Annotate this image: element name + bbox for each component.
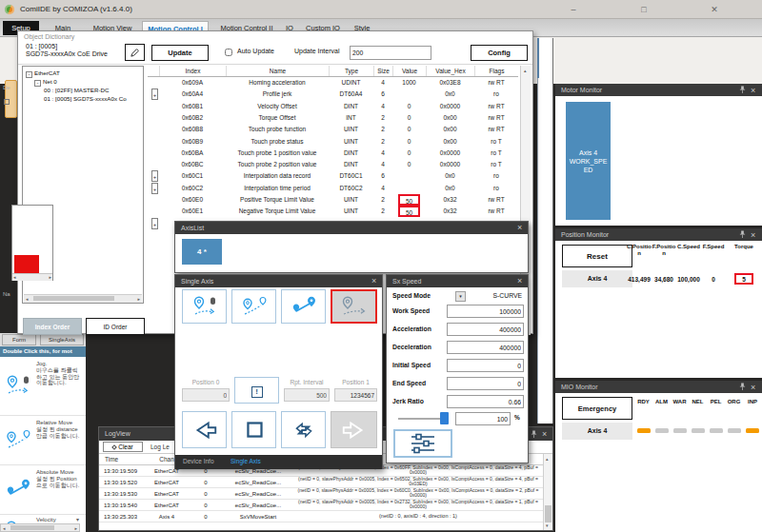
relative-move-button[interactable] [231,289,276,324]
config-button[interactable]: Config [471,45,528,61]
scroll-right-icon[interactable]: ▸ [74,525,77,532]
repeat-move-button[interactable] [281,411,326,448]
scroll-right-icon[interactable]: ▸ [137,296,140,303]
edit-device-button[interactable] [125,44,145,61]
id-order-button[interactable]: ID Order [86,318,145,335]
jog-mode-button[interactable] [182,289,227,324]
close-icon[interactable]: ✕ [707,3,722,16]
scroll-thumb[interactable] [33,296,114,301]
od-table-row[interactable]: 0x60B8Touch probe functionUINT200x00rw R… [148,124,518,135]
scroll-left-icon[interactable]: ◂ [3,525,6,532]
speed-mode-dropdown[interactable]: ▾ [455,291,466,302]
close-icon[interactable]: × [542,429,547,439]
od-table-row[interactable]: +0x60A4Profile jerkDT60A460x0ro [148,89,518,100]
od-table-row[interactable]: 0x609AHoming accelerationUDINT410000x03E… [148,77,518,89]
speed-ratio-input[interactable] [455,412,511,425]
move-negative-button[interactable] [182,411,227,448]
expand-icon[interactable]: + [151,89,158,100]
initial-speed-input[interactable] [447,359,524,372]
acceleration-input[interactable] [447,323,524,336]
axis-tile-4[interactable]: 4 * [182,239,222,265]
pin-icon[interactable] [739,230,746,239]
od-table-row[interactable]: 0x60B2Torque OffsetINT200x00rw RT [148,112,518,124]
tree-node-master[interactable]: 00 : [02FF] MASTER-DC [44,87,109,93]
scroll-down-icon[interactable]: ▾ [546,522,549,529]
expand-icon[interactable]: + [151,218,158,229]
expand-icon[interactable]: + [151,170,158,182]
clear-log-button[interactable]: Clear [103,442,143,452]
scroll-thumb[interactable] [10,525,54,530]
mio-row-label[interactable]: Axis 4 [562,423,632,440]
index-order-button[interactable]: Index Order [23,318,82,335]
form-button[interactable]: Form [2,334,36,345]
od-table-row[interactable]: 0x60BATouch probe 1 position valueDINT40… [148,148,518,159]
close-icon[interactable]: × [517,276,522,286]
scroll-up-icon[interactable]: ▴ [524,68,527,74]
scroll-left-icon[interactable]: ◂ [26,296,29,303]
log-row[interactable]: 13:30:19.520EtherCAT0ecSlv_ReadCoe...(ne… [99,477,543,488]
tab-device-info[interactable]: Device Info [183,458,214,464]
od-table-row[interactable]: +0x60C2Interpolation time periodDT60C240… [148,183,518,194]
tree-node-slave[interactable]: 01 : [0005] SGD7S-xxxxA0x Co [44,95,127,102]
close-icon[interactable]: × [751,383,755,392]
close-icon[interactable]: × [371,276,376,286]
od-table-row[interactable]: 0x60E0Positive Torque Limit ValueUINT250… [148,194,518,206]
scroll-up-icon[interactable]: ▴ [546,456,549,463]
log-v-scrollbar[interactable]: ▴ ▾ [543,454,552,530]
absolute-move-button[interactable] [281,289,326,324]
alarm-state-cell[interactable] [14,255,39,273]
scroll-down-icon[interactable]: ▾ [76,516,79,522]
expand-icon[interactable]: + [151,183,158,194]
od-table-row[interactable]: 0x60E1Negative Torque Limit ValueUINT250… [148,206,518,217]
update-button[interactable]: Update [151,45,209,61]
collapse-icon[interactable] [4,99,10,105]
update-interval-input[interactable] [350,46,431,60]
tree-node-net0[interactable]: -Net 0 [34,78,57,87]
close-icon[interactable]: × [751,230,755,240]
sidebar-h-scrollbar[interactable]: ◂ ▸ [0,523,80,532]
tree-node-ethercat[interactable]: -EtherCAT [26,69,60,78]
tree-h-scrollbar[interactable]: ◂ ▸ [24,294,142,303]
close-icon[interactable]: × [517,223,522,232]
jerk-ratio-input[interactable] [447,395,524,408]
od-table-row[interactable]: 0x60B1Velocity OffsetDINT400x0000rw RT [148,101,518,112]
list-item-jog[interactable]: Jog.마우스를 좌클릭하고 있는 동안만 이동합니다. [0,357,86,416]
auto-update-checkbox[interactable] [225,49,232,56]
stop-button[interactable] [231,411,276,448]
deceleration-input[interactable] [447,341,524,354]
pin-icon[interactable] [531,430,537,439]
end-speed-input[interactable] [447,377,524,390]
position0-input[interactable] [182,388,230,402]
collapse-icon[interactable]: - [34,80,41,87]
list-item-relative-move[interactable]: Relative Move설정 된 distance 만큼 이동합니다. [0,416,86,465]
pin-icon[interactable] [739,383,746,391]
motor-monitor-tile[interactable]: Axis 4 WORK_SPEED [566,102,611,220]
od-table-row[interactable]: 0x60B9Touch probe statusUINT200x00ro T [148,136,518,148]
position-row-label[interactable]: Axis 4 [562,270,632,287]
emergency-button[interactable]: Emergency [562,397,632,420]
single-axis-button[interactable]: SingleAxis [40,334,84,345]
work-speed-input[interactable] [447,305,524,318]
od-table-row[interactable]: 0x60BCTouch probe 2 position valueDINT40… [148,159,518,170]
log-row[interactable]: 13:30:25.303Axis 40SxVMoveStart(netID : … [99,511,543,522]
scroll-right-icon[interactable]: ▸ [49,274,51,281]
od-table-row[interactable]: +0x60C1Interpolation data recordDT60C160… [148,170,518,182]
scroll-thumb[interactable] [545,505,551,522]
log-row[interactable]: 13:30:19.530EtherCAT0ecSlv_ReadCoe...(ne… [99,488,543,500]
move-positive-button[interactable] [331,411,377,448]
close-icon[interactable]: × [751,86,755,95]
velocity-move-button[interactable] [331,289,377,324]
maximize-icon[interactable]: □ [636,3,652,16]
rpt-interval-input[interactable] [284,388,330,402]
interrupt-button[interactable]: ! [234,377,279,404]
mini-h-scrollbar[interactable]: ◂ ▸ [12,273,52,281]
collapse-icon[interactable]: - [26,71,32,78]
tab-single-axis[interactable]: Single Axis [231,458,261,464]
minimize-icon[interactable]: – [566,3,581,16]
reset-button[interactable]: Reset [562,245,632,267]
advanced-settings-button[interactable] [393,429,452,458]
scroll-left-icon[interactable]: ◂ [13,274,16,281]
list-item-absolute-move[interactable]: Absolute Move설정 된 Position 으로 이동합니다. [0,465,86,515]
log-row[interactable]: 13:30:19.540EtherCAT0ecSlv_ReadCoe...(ne… [99,500,543,511]
speed-ratio-slider-handle[interactable] [440,412,449,424]
